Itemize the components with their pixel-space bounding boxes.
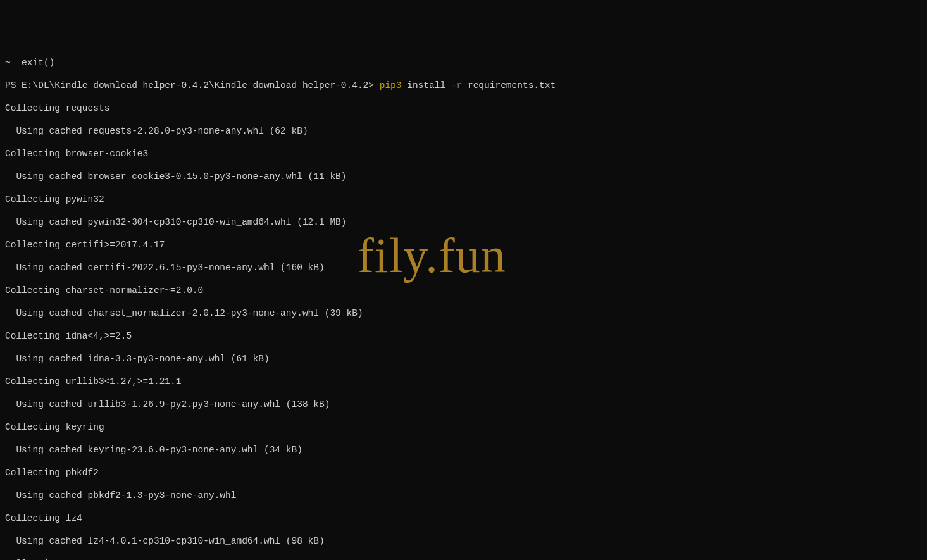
output-line: Collecting urllib3<1.27,>=1.21.1 (5, 376, 922, 387)
output-line: Collecting charset-normalizer~=2.0.0 (5, 285, 922, 296)
command-flag: -r (451, 80, 462, 90)
output-line: Collecting certifi>=2017.4.17 (5, 239, 922, 251)
output-line: Using cached idna-3.3-py3-none-any.whl (… (5, 353, 922, 364)
output-line: ~ exit() (5, 57, 922, 68)
output-line: Using cached pbkdf2-1.3-py3-none-any.whl (5, 490, 922, 501)
command-arg: requirements.txt (462, 80, 556, 90)
output-line: Using cached pywin32-304-cp310-cp310-win… (5, 216, 922, 228)
output-line: Collecting pywin32 (5, 194, 922, 205)
output-line: Using cached requests-2.28.0-py3-none-an… (5, 125, 922, 137)
output-line: Using cached charset_normalizer-2.0.12-p… (5, 308, 922, 319)
output-line: Collecting idna<4,>=2.5 (5, 330, 922, 342)
output-line: Using cached certifi-2022.6.15-py3-none-… (5, 262, 922, 273)
output-line: Using cached keyring-23.6.0-py3-none-any… (5, 444, 922, 456)
terminal-output[interactable]: ~ exit() PS E:\DL\Kindle_download_helper… (0, 46, 927, 560)
output-line: Collecting keyring (5, 421, 922, 433)
command-arg: install (402, 80, 451, 90)
prompt-line: PS E:\DL\Kindle_download_helper-0.4.2\Ki… (5, 80, 922, 91)
command-name: pip3 (380, 80, 402, 90)
output-line: Collecting requests (5, 103, 922, 114)
output-line: Using cached urllib3-1.26.9-py2.py3-none… (5, 399, 922, 410)
output-line: Using cached lz4-4.0.1-cp310-cp310-win_a… (5, 535, 922, 547)
prompt-text: PS E:\DL\Kindle_download_helper-0.4.2\Ki… (5, 80, 380, 90)
output-line: Collecting pbkdf2 (5, 467, 922, 478)
output-line: Collecting browser-cookie3 (5, 148, 922, 159)
output-line: Collecting lz4 (5, 513, 922, 524)
output-line: Using cached browser_cookie3-0.15.0-py3-… (5, 171, 922, 182)
